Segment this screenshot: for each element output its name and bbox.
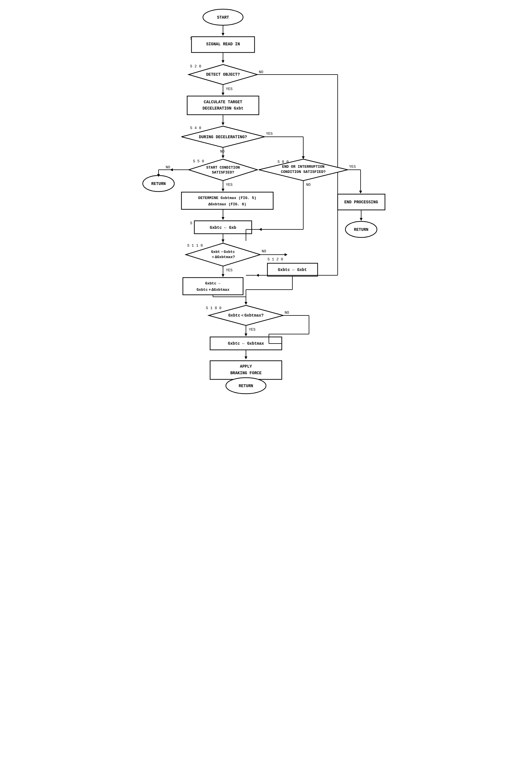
svg-marker-49 <box>285 253 287 256</box>
s40-label: S 4 0 <box>190 126 201 130</box>
s120-label: S 1 2 0 <box>267 257 283 261</box>
satisfied-label: SATISFIED? <box>212 170 234 175</box>
s20-label: S 2 0 <box>190 64 201 68</box>
during-decel-no-label: NO <box>220 149 225 154</box>
return2-label: RETURN <box>354 228 368 232</box>
s180-no-label: NO <box>285 310 289 315</box>
apply-braking-label: APPLY <box>240 364 252 369</box>
s110-yes-label: YES <box>226 268 233 273</box>
svg-marker-51 <box>222 274 224 277</box>
flowchart-container: START S10 SIGNAL READ IN S 2 0 DETECT OB… <box>137 6 395 397</box>
svg-marker-2 <box>222 33 224 36</box>
gxbt-cond1-label: Gxbt－Gxbtc <box>211 250 235 254</box>
svg-marker-60 <box>245 302 247 305</box>
determine2-label: ΔGxbtmax (FIG. 6) <box>208 202 247 206</box>
calc-target-label: CALCULATE TARGET <box>204 100 242 104</box>
gxbtc-calc-label: Gxbtc ← <box>205 281 221 286</box>
s80-yes-label: YES <box>349 164 356 169</box>
s80-no-label: NO <box>306 183 311 187</box>
svg-marker-71 <box>245 356 247 359</box>
gxbtc-gxbtmax-q-label: Gxbtc＜Gxbtmax? <box>228 313 263 318</box>
gxbtc-gxbtmax-label: Gxbtc ← Gxbtmax <box>228 341 264 346</box>
svg-marker-37 <box>359 191 362 194</box>
s180-label: S 1 8 0 <box>206 306 222 310</box>
decel-gxbt-label: DECELERATION Gxbt <box>203 106 244 111</box>
start-cond-no-label: NO <box>166 165 170 169</box>
start-cond-label: START CONDITION <box>206 165 240 170</box>
detect-object-no-label: NO <box>259 70 263 74</box>
svg-marker-5 <box>222 60 224 63</box>
return3-label: RETURN <box>239 384 253 388</box>
during-decel-label: DURING DECELERATING? <box>199 135 247 139</box>
s110-no-label: NO <box>262 249 266 253</box>
svg-marker-19 <box>222 155 224 158</box>
determine-label: DETERMINE Gxbtmax (FIG. 5) <box>198 196 257 200</box>
signal-read-in-label: SIGNAL READ IN <box>206 42 240 46</box>
return1-label: RETURN <box>151 182 166 186</box>
start-label: START <box>217 15 229 20</box>
during-decel-yes-label: YES <box>266 132 273 136</box>
svg-marker-10 <box>222 93 224 96</box>
svg-marker-45 <box>360 218 363 221</box>
apply-braking2-label: BRAKING FORCE <box>230 371 261 375</box>
svg-marker-17 <box>302 156 305 159</box>
svg-rect-29 <box>181 192 273 209</box>
s50-label: S 5 0 <box>193 159 204 163</box>
detect-object-yes-label: YES <box>226 87 233 91</box>
gxbt-cond2-label: ＜ΔGxbtmax? <box>211 255 235 259</box>
gxbtc-gxb-label: Gxbtc ← Gxb <box>210 226 236 230</box>
detect-object-label: DETECT OBJECT? <box>206 72 240 77</box>
end-processing-label: END PROCESSING <box>344 200 378 204</box>
end-interrupt-label: END OR INTERRUPTION <box>282 164 324 169</box>
svg-marker-13 <box>222 123 224 125</box>
s180-yes-label: YES <box>249 328 256 332</box>
svg-rect-11 <box>187 96 259 115</box>
svg-rect-72 <box>210 361 282 379</box>
gxbtc-calc2-label: Gxbtc＋ΔGxbtmax <box>197 288 229 292</box>
condition-sat-label: CONDITION SATISFIED? <box>281 170 326 174</box>
svg-rect-52 <box>183 278 243 295</box>
s110-label: S 1 1 0 <box>187 243 203 248</box>
svg-marker-31 <box>222 217 224 220</box>
svg-marker-28 <box>222 189 224 192</box>
start-cond-yes-label: YES <box>226 183 233 187</box>
gxbtc-gxbt-label: Gxbtc ← Gxbt <box>278 267 307 272</box>
svg-marker-66 <box>245 334 247 336</box>
svg-marker-77 <box>256 274 259 277</box>
